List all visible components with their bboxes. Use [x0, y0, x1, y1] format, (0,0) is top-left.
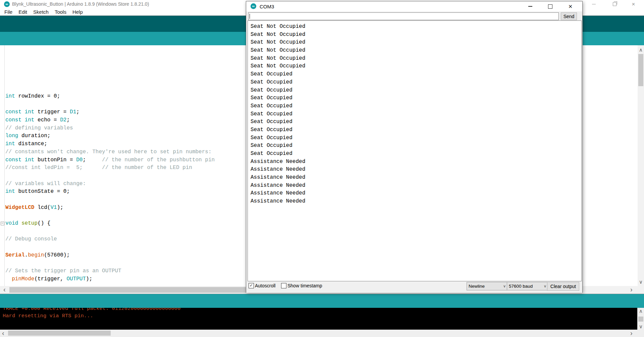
code-line: [5, 228, 215, 236]
bottom-hscroll-thumb[interactable]: [8, 331, 111, 336]
chevron-down-icon: ∨: [503, 284, 506, 288]
ide-window-title: Blynk_Ultrasonic_Button | Arduino 1.8.9 …: [12, 1, 149, 7]
clear-output-button[interactable]: Clear output: [547, 282, 579, 291]
code-line: Serial.begin(57600);: [5, 251, 215, 260]
code-line: int rowIndex = 0;: [5, 93, 215, 101]
code-line: // Debug console: [5, 235, 215, 243]
serial-output-line: Seat Not Occupied: [251, 55, 581, 63]
code-line: [5, 196, 215, 204]
code-line: void setup() {: [5, 220, 215, 228]
scroll-left-icon[interactable]: ‹: [3, 286, 6, 292]
serial-output-area[interactable]: Seat Not OccupiedSeat Not OccupiedSeat N…: [248, 20, 582, 281]
menu-item[interactable]: Edit: [15, 8, 30, 15]
baud-rate-value: 57600 baud: [509, 284, 533, 289]
code-line: int buttonState = 0;: [5, 188, 215, 196]
serial-output-line: Seat Not Occupied: [251, 62, 581, 70]
code-text: int rowIndex = 0; const int trigger = D1…: [5, 93, 215, 286]
restore-icon: [613, 2, 616, 6]
serial-output-line: Seat Occupied: [251, 70, 581, 78]
code-line: long duration;: [5, 132, 215, 140]
code-line: const int buttonPin = D0; // the number …: [5, 156, 215, 164]
code-line: [5, 259, 215, 267]
code-line: // variables will change:: [5, 180, 215, 188]
arduino-logo-icon: ∞: [251, 3, 256, 9]
build-console[interactable]: TRACE +0.000 Received full packet: 01120…: [0, 308, 637, 330]
serial-bottom-bar: ✓ Autoscroll ✓ Show timestamp Newline ∨ …: [246, 281, 582, 293]
serial-output-line: Seat Occupied: [251, 118, 581, 126]
scroll-right-icon[interactable]: ›: [630, 330, 633, 336]
maximize-icon: [548, 4, 552, 9]
code-line: const int echo = D2;: [5, 116, 215, 124]
code-line: //const int ledPin = 5; // the number of…: [5, 164, 215, 172]
code-line: [5, 101, 215, 109]
minimize-icon: [592, 4, 596, 4]
serial-output-line: Seat Occupied: [251, 78, 581, 87]
scroll-down-icon[interactable]: ∨: [638, 324, 643, 329]
serial-monitor-window: ∞ COM3 × Send Seat Not OccupiedSeat Not …: [246, 1, 583, 293]
console-vscrollbar[interactable]: ∧ ∨: [637, 308, 644, 330]
menu-item[interactable]: File: [1, 8, 15, 15]
line-ending-value: Newline: [469, 284, 485, 289]
serial-output-line: Seat Occupied: [251, 134, 581, 142]
close-icon: ×: [569, 3, 573, 10]
serial-output-line: Assistance Needed: [251, 198, 581, 206]
menu-item[interactable]: Help: [69, 8, 86, 15]
serial-output-line: Seat Not Occupied: [251, 47, 581, 55]
serial-output-line: Assistance Needed: [251, 166, 581, 174]
console-line: Hard resetting via RTS pin...: [3, 312, 637, 320]
serial-output-line: Seat Not Occupied: [251, 31, 581, 39]
send-button[interactable]: Send: [561, 12, 577, 20]
scroll-down-icon[interactable]: ∨: [638, 279, 643, 284]
serial-close-button[interactable]: ×: [563, 1, 578, 11]
scroll-up-icon[interactable]: ∧: [638, 47, 643, 52]
code-line: int distance;: [5, 140, 215, 148]
serial-output-line: Seat Not Occupied: [251, 23, 581, 31]
bottom-hscrollbar[interactable]: ‹ ›: [0, 330, 644, 337]
serial-output-line: Assistance Needed: [251, 174, 581, 182]
chevron-down-icon: ∨: [544, 284, 546, 288]
scroll-left-icon[interactable]: ‹: [2, 330, 4, 336]
arduino-logo-icon: ∞: [4, 1, 10, 7]
show-timestamp-label: Show timestamp: [287, 283, 322, 288]
ide-restore-button[interactable]: [607, 0, 622, 8]
text-caret: [250, 14, 250, 19]
serial-minimize-button[interactable]: [523, 1, 538, 11]
serial-maximize-button[interactable]: [543, 1, 558, 11]
code-line: // defining variables: [5, 124, 215, 132]
serial-output-line: Seat Not Occupied: [251, 39, 581, 47]
code-line: const int trigger = D1;: [5, 108, 215, 116]
menu-item[interactable]: Sketch: [30, 8, 52, 15]
code-fold-toggle[interactable]: −: [1, 222, 4, 225]
line-ending-dropdown[interactable]: Newline ∨: [467, 282, 508, 290]
console-vscroll-thumb[interactable]: [638, 317, 643, 322]
minimize-icon: [528, 6, 532, 7]
serial-output-line: Seat Occupied: [251, 94, 581, 102]
serial-output-line: Seat Occupied: [251, 150, 581, 158]
serial-window-title: COM3: [260, 4, 274, 9]
check-icon: ✓: [250, 283, 253, 288]
baud-rate-dropdown[interactable]: 57600 baud ∨: [507, 282, 548, 290]
serial-output-line: Seat Occupied: [251, 87, 581, 95]
serial-output-line: Seat Occupied: [251, 110, 581, 118]
show-timestamp-checkbox[interactable]: ✓: [281, 283, 286, 288]
serial-titlebar[interactable]: ∞ COM3 ×: [246, 1, 582, 11]
autoscroll-checkbox[interactable]: ✓: [249, 283, 254, 288]
editor-vscroll-thumb[interactable]: [638, 54, 643, 86]
menu-item[interactable]: Tools: [52, 8, 69, 15]
ide-minimize-button[interactable]: [586, 0, 601, 8]
code-line: [5, 283, 215, 286]
scroll-right-icon[interactable]: ›: [630, 286, 633, 292]
autoscroll-label: Autoscroll: [255, 283, 275, 288]
editor-vscrollbar[interactable]: ∧ ∨: [638, 45, 644, 286]
serial-output-line: Seat Occupied: [251, 126, 581, 134]
editor-gutter-divider: [4, 45, 5, 286]
console-line: TRACE +0.000 Received full packet: 01120…: [3, 308, 637, 312]
ide-close-button[interactable]: ×: [626, 0, 641, 8]
scroll-up-icon[interactable]: ∧: [638, 308, 643, 314]
serial-send-input[interactable]: [248, 12, 559, 20]
serial-output-line: Assistance Needed: [251, 158, 581, 166]
serial-output-line: Seat Occupied: [251, 142, 581, 150]
serial-output-line: Seat Occupied: [251, 102, 581, 110]
code-line: // Sets the trigger pin as an OUTPUT: [5, 267, 215, 275]
code-line: [5, 212, 215, 220]
